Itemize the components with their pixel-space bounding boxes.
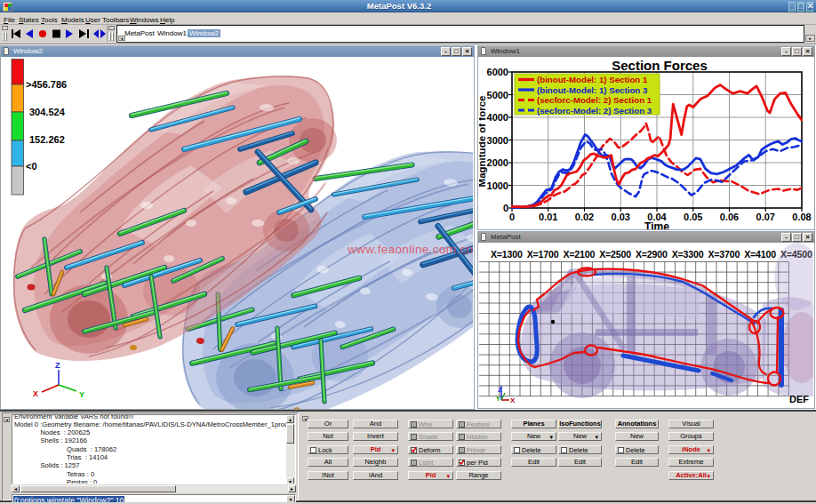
svg-text:(secforc-Model: 2) Section 1: (secforc-Model: 2) Section 1 — [537, 95, 652, 105]
svg-text:Y: Y — [79, 390, 84, 399]
svg-text:(secforc-Model: 2) Section 3: (secforc-Model: 2) Section 3 — [537, 106, 652, 116]
svg-text:0.01: 0.01 — [539, 212, 557, 222]
svg-text:X=2900: X=2900 — [636, 249, 668, 260]
svg-text:X: X — [510, 396, 516, 404]
svg-text:Y: Y — [496, 396, 500, 402]
svg-text:0: 0 — [509, 212, 515, 222]
svg-text:Z: Z — [55, 361, 60, 370]
svg-text:6000: 6000 — [487, 67, 508, 77]
svg-text:X=3700: X=3700 — [708, 249, 740, 260]
svg-text:4000: 4000 — [487, 112, 508, 123]
svg-text:(binout-Model: 1) Section 3: (binout-Model: 1) Section 3 — [537, 85, 648, 95]
svg-text:0.05: 0.05 — [684, 212, 702, 222]
svg-text:2000: 2000 — [487, 157, 508, 168]
svg-text:3000: 3000 — [487, 135, 508, 146]
svg-text:Magnitude of force: Magnitude of force — [479, 96, 487, 188]
svg-text:X=2100: X=2100 — [564, 249, 596, 260]
svg-text:Z: Z — [498, 386, 502, 394]
svg-text:X=3300: X=3300 — [672, 249, 704, 260]
svg-text:1000: 1000 — [487, 180, 508, 191]
svg-text:Time: Time — [644, 220, 669, 229]
svg-text:0.06: 0.06 — [720, 212, 739, 222]
svg-text:X=1300: X=1300 — [491, 249, 523, 260]
svg-text:<0: <0 — [26, 161, 37, 172]
svg-text:0.02: 0.02 — [575, 212, 594, 222]
svg-text:5000: 5000 — [487, 90, 508, 100]
svg-text:304.524: 304.524 — [29, 107, 66, 117]
svg-text:X: X — [33, 389, 38, 398]
svg-text:0.07: 0.07 — [756, 212, 775, 222]
svg-text:152.262: 152.262 — [29, 134, 65, 145]
svg-text:X=4100: X=4100 — [744, 249, 776, 260]
svg-text:>456.786: >456.786 — [26, 79, 67, 90]
svg-text:DEF: DEF — [789, 394, 809, 404]
svg-text:(binout-Model: 1) Section 1: (binout-Model: 1) Section 1 — [537, 75, 648, 84]
svg-text:0: 0 — [503, 203, 508, 213]
svg-text:X=2500: X=2500 — [599, 249, 631, 260]
svg-text:www.feaonline.com.cn: www.feaonline.com.cn — [347, 243, 473, 256]
svg-text:0.08: 0.08 — [792, 212, 811, 222]
svg-text:0.03: 0.03 — [612, 212, 630, 222]
svg-text:X=1700: X=1700 — [527, 249, 559, 260]
svg-text:Section Forces: Section Forces — [612, 58, 708, 73]
